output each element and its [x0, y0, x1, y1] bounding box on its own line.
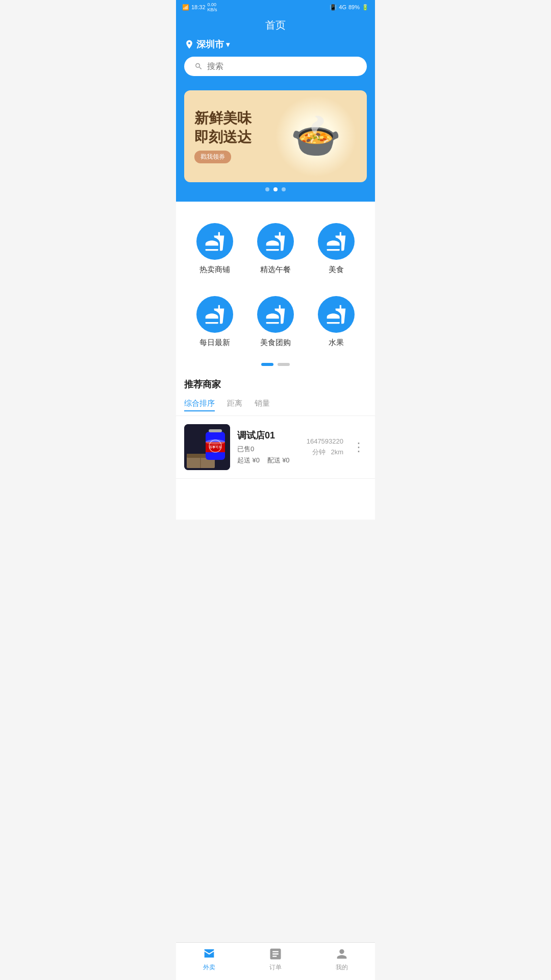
nav-item-orders[interactable]: 订单	[258, 947, 293, 972]
location-row[interactable]: 深圳市 ▾	[184, 38, 367, 51]
food-icon-bg	[318, 223, 355, 260]
banner-coupon-button[interactable]: 戳我领券	[194, 151, 231, 163]
store-product-image: 百事可乐	[184, 424, 230, 470]
orders-nav-label: 订单	[269, 963, 282, 972]
store-image: 百事可乐	[184, 424, 230, 470]
dish-icon-6	[326, 304, 346, 325]
category-lunch[interactable]: 精选午餐	[245, 215, 306, 283]
category-group-buy[interactable]: 美食团购	[245, 288, 306, 356]
status-right: 📳 4G 89% 🔋	[330, 4, 369, 11]
hot-stores-icon-bg	[196, 223, 233, 260]
store-info: 调试店01 已售0 起送 ¥0 配送 ¥0	[237, 429, 299, 465]
store-card[interactable]: 百事可乐 调试店01 已售0 起送 ¥0 配送 ¥0 1647593220 分钟…	[176, 416, 375, 479]
store-fee-info: 起送 ¥0 配送 ¥0	[237, 456, 299, 465]
orders-nav-icon	[268, 947, 283, 961]
profile-nav-icon	[335, 947, 349, 961]
daily-new-label: 每日最新	[199, 338, 230, 348]
status-bar: 📶 18:32 0.00KB/s 📳 4G 89% 🔋	[176, 0, 375, 14]
data-speed: 0.00KB/s	[208, 2, 217, 12]
banner-dot-1	[265, 187, 269, 191]
banner-text-line2: 即刻送达	[194, 128, 252, 146]
banner-left: 新鲜美味 即刻送达 戳我领券	[194, 109, 252, 163]
store-min-order: 起送 ¥0	[237, 456, 260, 464]
nav-item-takeout[interactable]: 外卖	[192, 947, 227, 972]
category-food[interactable]: 美食	[306, 215, 367, 283]
sort-tab-comprehensive[interactable]: 综合排序	[184, 399, 215, 411]
group-buy-label: 美食团购	[260, 338, 291, 348]
recommended-title: 推荐商家	[176, 374, 375, 395]
banner-food-image: 🍲	[275, 95, 357, 177]
store-rating: 1647593220	[307, 436, 343, 447]
takeout-nav-icon	[202, 947, 216, 961]
vibrate-icon: 📳	[330, 4, 337, 11]
page-title: 首页	[184, 18, 367, 32]
signal-icon: 📶	[182, 4, 189, 11]
battery-icon: 🔋	[362, 4, 369, 11]
network-type: 4G	[339, 4, 346, 10]
sort-tabs: 综合排序 距离 销量	[176, 395, 375, 416]
nav-item-profile[interactable]: 我的	[324, 947, 359, 972]
header: 首页 深圳市 ▾	[176, 14, 375, 84]
time: 18:32	[191, 4, 206, 10]
sort-tab-sales[interactable]: 销量	[255, 399, 270, 411]
daily-new-icon-bg	[196, 296, 233, 333]
hot-stores-label: 热卖商铺	[199, 265, 230, 275]
food-label: 美食	[329, 265, 344, 275]
bottom-spacer	[176, 479, 375, 520]
profile-nav-label: 我的	[336, 963, 348, 972]
category-hot-stores[interactable]: 热卖商铺	[184, 215, 245, 283]
categories-grid-row2: 每日最新 美食团购 水果	[176, 288, 375, 361]
store-time-distance: 分钟 2km	[307, 447, 343, 458]
store-meta: 1647593220 分钟 2km	[307, 436, 343, 458]
banner-container: 新鲜美味 即刻送达 戳我领券 🍲	[176, 84, 375, 202]
bottom-nav: 外卖 订单 我的	[176, 942, 375, 980]
chevron-down-icon: ▾	[226, 40, 230, 48]
fruit-icon-bg	[318, 296, 355, 333]
store-name: 调试店01	[237, 429, 299, 442]
search-input[interactable]	[207, 62, 357, 71]
categories-page-indicator	[176, 363, 375, 366]
banner-dot-3	[282, 187, 286, 191]
banner-dots	[184, 187, 367, 191]
categories-page-dot-2	[278, 363, 290, 366]
lunch-icon-bg	[257, 223, 294, 260]
categories-grid: 热卖商铺 精选午餐 美食	[176, 210, 375, 288]
dish-icon-5	[265, 304, 286, 325]
store-delivery-fee: 配送 ¥0	[267, 456, 290, 464]
category-fruit[interactable]: 水果	[306, 288, 367, 356]
dish-icon	[205, 231, 225, 252]
banner-text-line1: 新鲜美味	[194, 109, 252, 128]
location-icon	[184, 39, 194, 50]
banner-dot-2	[273, 187, 278, 191]
takeout-nav-label: 外卖	[203, 963, 215, 972]
svg-text:百事可乐: 百事可乐	[209, 445, 221, 449]
group-buy-icon-bg	[257, 296, 294, 333]
fruit-label: 水果	[329, 338, 344, 348]
categories-page-dot-1	[261, 363, 273, 366]
store-sold-count: 已售0	[237, 445, 299, 454]
search-icon	[194, 62, 203, 71]
dish-icon-2	[265, 231, 286, 252]
dish-icon-4	[205, 304, 225, 325]
store-more-button[interactable]: ⋮	[350, 440, 367, 454]
sort-tab-distance[interactable]: 距离	[227, 399, 242, 411]
svg-rect-8	[209, 429, 222, 432]
main-content: 热卖商铺 精选午餐 美食	[176, 202, 375, 520]
banner[interactable]: 新鲜美味 即刻送达 戳我领券 🍲	[184, 90, 367, 182]
battery-percent: 89%	[348, 4, 360, 10]
dish-icon-3	[326, 231, 346, 252]
category-daily-new[interactable]: 每日最新	[184, 288, 245, 356]
search-bar[interactable]	[184, 57, 367, 76]
status-left: 📶 18:32 0.00KB/s	[182, 2, 217, 12]
city-name: 深圳市	[196, 38, 224, 51]
lunch-label: 精选午餐	[260, 265, 291, 275]
